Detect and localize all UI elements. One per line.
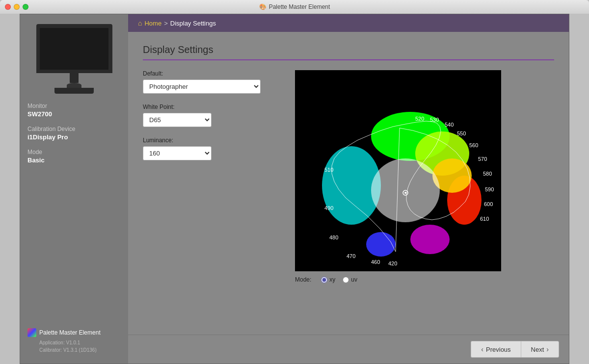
mode-uv-option[interactable]: uv <box>343 276 357 283</box>
monitor-stand-neck <box>70 73 79 83</box>
breadcrumb-separator: > <box>164 20 168 27</box>
bottom-bar: ‹ Previous Next › <box>128 335 569 364</box>
mode-selector: Mode: xy uv <box>295 276 554 283</box>
luminance-field-group: Luminance: 160 120 140 180 200 240 <box>143 137 280 160</box>
white-point-select[interactable]: D65 D50 D55 D60 D75 Native <box>143 113 212 127</box>
svg-text:590: 590 <box>485 186 494 192</box>
monitor-screen <box>40 28 108 70</box>
white-point-label: White Point: <box>143 104 280 110</box>
mode-label: Mode: <box>295 276 311 283</box>
mode-uv-radio[interactable] <box>343 277 349 283</box>
main-window: Monitor SW2700 Calibration Device i1Disp… <box>20 14 569 364</box>
svg-text:600: 600 <box>484 201 493 207</box>
default-field-group: Default: Photographer sRGB Adobe RGB Rec… <box>143 70 280 94</box>
prev-arrow-icon: ‹ <box>481 345 483 353</box>
close-button[interactable] <box>5 4 11 10</box>
svg-point-4 <box>410 225 450 254</box>
calibration-value: i1Display Pro <box>27 133 121 141</box>
home-icon: ⌂ <box>138 19 142 27</box>
cie-chart: 520 530 540 550 560 570 580 590 600 610 <box>295 70 501 271</box>
svg-text:560: 560 <box>469 142 478 148</box>
content-body: Default: Photographer sRGB Adobe RGB Rec… <box>143 70 554 322</box>
next-label: Next <box>531 346 544 353</box>
left-panel: Default: Photographer sRGB Adobe RGB Rec… <box>143 70 280 322</box>
breadcrumb-bar: ⌂ Home > Display Settings <box>128 14 569 32</box>
main-content: ⌂ Home > Display Settings Display Settin… <box>128 14 569 364</box>
monitor-label: Monitor <box>27 103 121 109</box>
calibration-label: Calibration Device <box>27 126 121 132</box>
svg-text:610: 610 <box>480 216 489 222</box>
white-point-field-group: White Point: D65 D50 D55 D60 D75 Native <box>143 104 280 127</box>
svg-text:480: 480 <box>329 234 338 240</box>
minimize-button[interactable] <box>14 4 20 10</box>
next-arrow-icon: › <box>546 345 549 353</box>
monitor-stand-base <box>54 88 94 94</box>
sidebar-info: Monitor SW2700 Calibration Device i1Disp… <box>27 103 121 172</box>
titlebar: 🎨 Palette Master Element <box>0 0 589 14</box>
monitor-value: SW2700 <box>27 110 121 118</box>
window-controls <box>5 4 28 10</box>
sidebar: Monitor SW2700 Calibration Device i1Disp… <box>20 14 128 364</box>
right-panel: 520 530 540 550 560 570 580 590 600 610 <box>295 70 554 322</box>
default-label: Default: <box>143 70 280 77</box>
breadcrumb-home[interactable]: Home <box>144 20 161 27</box>
monitor-bezel <box>36 24 112 73</box>
content-area: Display Settings Default: Photographer s… <box>128 32 569 335</box>
app-logo-icon <box>27 328 36 337</box>
mode-xy-option[interactable]: xy <box>321 276 335 283</box>
mode-xy-radio[interactable] <box>321 277 327 283</box>
mode-label: Mode <box>27 149 121 156</box>
mode-xy-label: xy <box>329 276 335 283</box>
page-title-container: Display Settings <box>143 44 554 60</box>
svg-text:420: 420 <box>388 260 397 266</box>
cie-chart-container: 520 530 540 550 560 570 580 590 600 610 <box>295 70 501 271</box>
breadcrumb-current: Display Settings <box>170 20 216 27</box>
mode-value: Basic <box>27 156 121 164</box>
svg-text:510: 510 <box>324 167 333 173</box>
default-select[interactable]: Photographer sRGB Adobe RGB Rec.709 <box>143 79 261 94</box>
svg-text:550: 550 <box>457 130 466 136</box>
svg-text:540: 540 <box>445 122 454 128</box>
svg-text:470: 470 <box>347 253 355 259</box>
mode-radio-group: xy uv <box>321 276 357 283</box>
svg-text:570: 570 <box>478 156 487 162</box>
titlebar-title: 🎨 Palette Master Element <box>259 3 330 10</box>
previous-button[interactable]: ‹ Previous <box>471 341 520 358</box>
svg-text:520: 520 <box>415 116 424 122</box>
next-button[interactable]: Next › <box>521 341 559 358</box>
sidebar-footer: Palette Master Element Application: V1.0… <box>27 323 121 354</box>
app-name-label: Palette Master Element <box>39 329 101 336</box>
mode-uv-label: uv <box>351 276 357 283</box>
app-icon: 🎨 <box>259 3 267 10</box>
monitor-stand-arm <box>67 83 81 88</box>
luminance-select[interactable]: 160 120 140 180 200 240 <box>143 146 212 160</box>
app-logo: Palette Master Element <box>27 328 121 337</box>
app-version: Application: V1.0.1 Calibrator: V1.3.1 (… <box>39 339 121 354</box>
monitor-image <box>32 24 116 88</box>
page-title: Display Settings <box>143 44 554 60</box>
svg-point-3 <box>366 232 396 257</box>
luminance-label: Luminance: <box>143 137 280 144</box>
svg-text:580: 580 <box>483 171 492 177</box>
svg-text:460: 460 <box>371 259 380 265</box>
svg-text:530: 530 <box>430 117 439 123</box>
maximize-button[interactable] <box>23 4 28 10</box>
svg-text:490: 490 <box>324 205 333 211</box>
previous-label: Previous <box>486 346 511 353</box>
svg-point-27 <box>404 192 406 194</box>
